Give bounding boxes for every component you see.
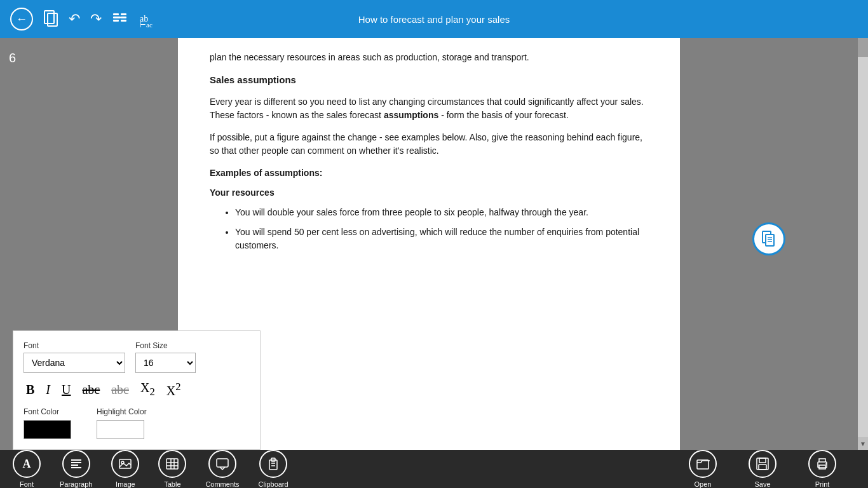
paragraph-tool[interactable]: Paragraph bbox=[60, 450, 92, 488]
paragraph-resources: plan the necessary resources in areas su… bbox=[210, 51, 648, 64]
scrollbar-down-arrow[interactable]: ▼ bbox=[858, 437, 868, 450]
scrollbar-thumb[interactable] bbox=[858, 38, 868, 57]
sales-assumptions-title: Sales assumptions bbox=[210, 73, 648, 88]
open-icon bbox=[689, 450, 717, 478]
paragraph-figure: If possible, put a figure against the ch… bbox=[210, 131, 648, 158]
open-tool[interactable]: Open bbox=[689, 450, 717, 488]
bottom-bar: A Font Paragraph Image bbox=[0, 450, 868, 488]
svg-rect-3 bbox=[113, 17, 121, 18]
format-buttons: B I U abc abc X2 X2 bbox=[24, 381, 250, 398]
font-label: Font bbox=[24, 341, 125, 350]
paragraph-tool-label: Paragraph bbox=[60, 480, 92, 488]
bottom-right-tools: Open Save Print bbox=[689, 450, 855, 488]
table-icon bbox=[158, 450, 186, 478]
font-panel: Font Verdana Arial Calibri Georgia Times… bbox=[13, 330, 261, 450]
bullet-item-2: You will spend 50 per cent less on adver… bbox=[235, 226, 648, 252]
font-color-swatch[interactable] bbox=[24, 420, 71, 439]
clipboard-icon bbox=[259, 450, 287, 478]
bold-button[interactable]: B bbox=[26, 383, 34, 397]
highlight-color-swatch[interactable] bbox=[97, 420, 144, 439]
svg-rect-6 bbox=[121, 17, 126, 18]
bullet-list: You will double your sales force from th… bbox=[210, 206, 648, 252]
svg-rect-26 bbox=[217, 459, 228, 467]
svg-rect-4 bbox=[113, 20, 119, 22]
open-tool-label: Open bbox=[695, 480, 712, 488]
paragraph-assumptions: Every year is different so you need to l… bbox=[210, 95, 648, 122]
font-color-label: Font Color bbox=[24, 407, 59, 416]
font-size-label: Font Size bbox=[135, 341, 196, 350]
comments-tool[interactable]: Comments bbox=[205, 450, 239, 488]
fab-button[interactable] bbox=[752, 222, 785, 255]
color-row: Font Color Highlight Color bbox=[24, 407, 250, 439]
search-button[interactable] bbox=[112, 11, 128, 27]
your-resources-title: Your resources bbox=[210, 186, 648, 200]
redo-button[interactable]: ↷ bbox=[90, 11, 102, 27]
translate-button[interactable]: ab ⊢ac bbox=[139, 10, 158, 28]
font-tool[interactable]: A Font bbox=[13, 450, 41, 488]
svg-rect-31 bbox=[697, 460, 709, 469]
back-button[interactable]: ← bbox=[10, 8, 33, 30]
image-icon bbox=[111, 450, 139, 478]
image-tool[interactable]: Image bbox=[111, 450, 139, 488]
image-tool-label: Image bbox=[116, 480, 135, 488]
comments-icon bbox=[208, 450, 236, 478]
svg-rect-36 bbox=[819, 465, 825, 469]
svg-rect-7 bbox=[121, 20, 126, 22]
font-icon: A bbox=[13, 450, 41, 478]
table-tool-label: Table bbox=[164, 480, 180, 488]
font-color-item: Font Color bbox=[24, 407, 71, 439]
subscript-button[interactable]: X2 bbox=[140, 381, 155, 398]
svg-rect-5 bbox=[121, 13, 126, 15]
document-title: How to forecast and plan your sales bbox=[358, 14, 510, 25]
underline-button[interactable]: U bbox=[62, 383, 71, 397]
back-icon: ← bbox=[16, 13, 27, 26]
svg-rect-11 bbox=[766, 234, 774, 246]
bullet-item-1: You will double your sales force from th… bbox=[235, 206, 648, 219]
doc-button[interactable] bbox=[43, 10, 58, 28]
font-tool-label: Font bbox=[20, 480, 34, 488]
italic-button[interactable]: I bbox=[46, 383, 50, 397]
undo-button[interactable]: ↶ bbox=[69, 11, 80, 27]
strikethrough2-button[interactable]: abc bbox=[111, 383, 129, 397]
save-tool[interactable]: Save bbox=[749, 450, 776, 488]
highlight-color-item: Highlight Color bbox=[97, 407, 147, 439]
save-icon bbox=[749, 450, 776, 478]
svg-rect-2 bbox=[113, 13, 119, 15]
font-field: Font Verdana Arial Calibri Georgia Times… bbox=[24, 341, 125, 373]
highlight-color-label: Highlight Color bbox=[97, 407, 147, 416]
save-tool-label: Save bbox=[754, 480, 770, 488]
examples-title: Examples of assumptions: bbox=[210, 166, 648, 180]
top-bar: ← ↶ ↷ ab ⊢ac How to forecast and plan yo… bbox=[0, 0, 868, 38]
scrollbar-track[interactable]: ▼ bbox=[858, 38, 868, 450]
superscript-button[interactable]: X2 bbox=[166, 381, 181, 398]
font-select[interactable]: Verdana Arial Calibri Georgia Times New … bbox=[24, 353, 125, 373]
clipboard-tool[interactable]: Clipboard bbox=[259, 450, 288, 488]
font-size-field: Font Size 16 8101214 182024 bbox=[135, 341, 196, 373]
print-icon bbox=[808, 450, 836, 478]
page-number: 6 bbox=[9, 51, 16, 65]
svg-text:⊢ac: ⊢ac bbox=[140, 21, 153, 28]
svg-rect-34 bbox=[759, 464, 766, 470]
font-size-select[interactable]: 16 8101214 182024 bbox=[135, 353, 196, 373]
comments-tool-label: Comments bbox=[205, 480, 239, 488]
paragraph-icon bbox=[62, 450, 90, 478]
strikethrough-button[interactable]: abc bbox=[82, 383, 100, 397]
clipboard-tool-label: Clipboard bbox=[259, 480, 288, 488]
print-tool-label: Print bbox=[815, 480, 830, 488]
table-tool[interactable]: Table bbox=[158, 450, 186, 488]
main-area: 6 plan the necessary resources in areas … bbox=[0, 38, 868, 450]
svg-rect-21 bbox=[166, 459, 178, 469]
svg-rect-33 bbox=[759, 458, 766, 463]
print-tool[interactable]: Print bbox=[808, 450, 836, 488]
svg-point-37 bbox=[825, 463, 827, 464]
